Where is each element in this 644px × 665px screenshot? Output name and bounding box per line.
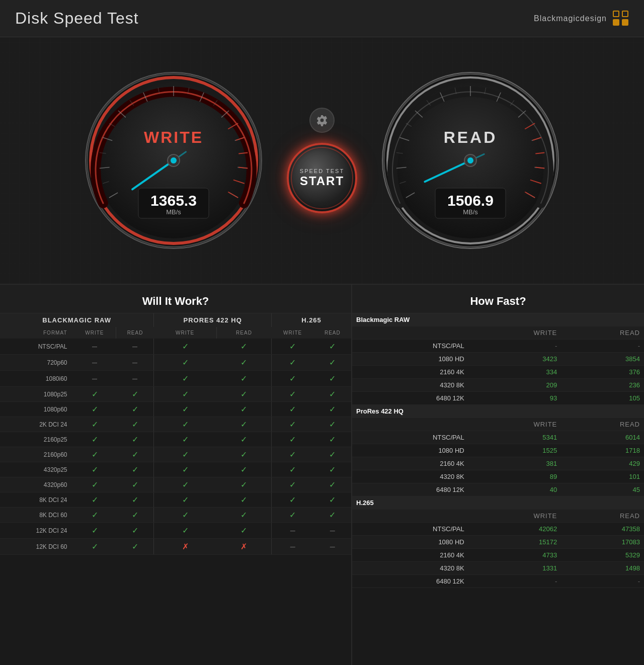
check-icon: ✓: [240, 450, 247, 459]
wiw-value-cell: ✓: [73, 477, 116, 492]
wiw-value-cell: ✓: [216, 417, 271, 432]
wiw-value-cell: –: [314, 523, 351, 539]
wiw-value-cell: ✓: [314, 417, 351, 432]
wiw-row: 4320p60✓✓✓✓✓✓: [0, 477, 351, 492]
wiw-value-cell: ✓: [154, 462, 216, 477]
check-icon: ✓: [182, 405, 189, 413]
check-icon: ✓: [289, 405, 296, 413]
hf-data-row: 4320 8K89101: [352, 470, 644, 483]
wiw-value-cell: ✓: [154, 523, 216, 539]
check-icon: ✓: [182, 465, 189, 474]
check-icon: ✓: [240, 526, 247, 535]
wiw-value-cell: ✓: [73, 539, 116, 555]
hf-data-row: 6480 12K93105: [352, 392, 644, 405]
hf-data-row: 6480 12K4045: [352, 483, 644, 496]
wiw-value-cell: ✓: [216, 477, 271, 492]
hf-read-cell: 236: [561, 379, 644, 392]
hf-read-cell: 6014: [561, 431, 644, 444]
svg-text:MB/s: MB/s: [463, 208, 478, 216]
check-icon: ✓: [132, 465, 138, 474]
check-icon: ✓: [329, 495, 336, 504]
wiw-value-cell: ✓: [116, 539, 154, 555]
hf-read-cell: -: [561, 575, 644, 588]
wiw-value-cell: ✓: [216, 447, 271, 462]
wiw-value-cell: ✓: [73, 523, 116, 539]
wiw-value-cell: ✓: [216, 462, 271, 477]
wiw-format-cell: 12K DCI 24: [0, 523, 73, 539]
wiw-value-cell: ✓: [116, 477, 154, 492]
wiw-value-cell: ✓: [271, 371, 313, 387]
hf-write-cell: 381: [468, 457, 561, 470]
wiw-value-cell: ✓: [116, 402, 154, 417]
wiw-value-cell: ✓: [116, 508, 154, 523]
wiw-value-cell: ✓: [314, 387, 351, 402]
check-icon: ✓: [240, 342, 247, 351]
check-icon: ✓: [240, 465, 247, 474]
check-icon: ✓: [289, 450, 296, 459]
hf-read-cell: 376: [561, 366, 644, 379]
wiw-value-cell: ✓: [216, 492, 271, 508]
hf-data-row: NTSC/PAL53416014: [352, 431, 644, 444]
wiw-value-cell: ✓: [271, 462, 313, 477]
how-fast-table: Blackmagic RAWWRITEREADNTSC/PAL--1080 HD…: [352, 313, 644, 588]
wiw-value-cell: ✓: [154, 477, 216, 492]
check-icon: ✓: [240, 405, 247, 413]
wiw-value-cell: ✓: [73, 417, 116, 432]
read-speedometer: READ 1506.9 MB/s: [380, 70, 561, 251]
wiw-row: 2160p25✓✓✓✓✓✓: [0, 432, 351, 447]
wiw-format-cell: NTSC/PAL: [0, 339, 73, 355]
hf-format-cell: 6480 12K: [352, 575, 468, 588]
center-panel: SPEED TEST START: [272, 108, 372, 213]
wiw-format-cell: 4320p60: [0, 477, 73, 492]
settings-button[interactable]: [309, 108, 335, 133]
wiw-format-cell: 2K DCI 24: [0, 417, 73, 432]
hf-read-cell: 1718: [561, 444, 644, 457]
hf-write-cell: 89: [468, 470, 561, 483]
wiw-value-cell: ✓: [116, 447, 154, 462]
wiw-value-cell: ✓: [154, 355, 216, 371]
hf-write-cell: 1331: [468, 562, 561, 575]
brand-logo: Blackmagicdesign: [534, 11, 629, 27]
check-icon: ✓: [182, 526, 189, 535]
data-section: Will It Work? Blackmagic RAW ProRes 422 …: [0, 284, 644, 665]
check-icon: ✓: [92, 542, 98, 551]
check-icon: ✓: [132, 405, 138, 413]
wiw-value-cell: ✓: [154, 339, 216, 355]
dash-icon: –: [132, 341, 137, 351]
dash-icon: –: [92, 373, 97, 383]
check-icon: ✓: [289, 342, 296, 351]
write-gauge-wrap: WRITE 1365.3 MB/s: [75, 50, 272, 271]
wiw-value-cell: ✓: [154, 402, 216, 417]
hf-write-cell: 4733: [468, 549, 561, 562]
wiw-row: NTSC/PAL––✓✓✓✓: [0, 339, 351, 355]
wiw-value-cell: ✓: [73, 387, 116, 402]
hf-section-header: Blackmagic RAW: [352, 313, 644, 326]
hf-write-cell: 209: [468, 379, 561, 392]
wiw-value-cell: ✓: [154, 508, 216, 523]
check-icon: ✓: [289, 435, 296, 444]
wiw-value-cell: ✓: [116, 492, 154, 508]
check-icon: ✓: [182, 480, 189, 489]
brand-sq-3: [613, 19, 619, 26]
hf-col-header: WRITEREAD: [352, 326, 644, 340]
check-icon: ✓: [182, 390, 189, 398]
wiw-value-cell: –: [271, 523, 313, 539]
hf-data-row: 2160 4K334376: [352, 366, 644, 379]
brand-sq-4: [622, 19, 628, 26]
wiw-value-cell: ✓: [73, 508, 116, 523]
wiw-value-cell: ✓: [216, 355, 271, 371]
check-icon: ✓: [329, 511, 336, 519]
check-icon: ✓: [329, 450, 336, 459]
hf-data-row: 1080 HD15251718: [352, 444, 644, 457]
check-icon: ✓: [182, 374, 189, 383]
hf-data-row: 4320 8K209236: [352, 379, 644, 392]
check-icon: ✓: [92, 526, 98, 535]
wiw-value-cell: ✓: [116, 523, 154, 539]
wiw-value-cell: ✓: [73, 462, 116, 477]
hf-write-cell: -: [468, 575, 561, 588]
check-icon: ✓: [240, 495, 247, 504]
wiw-value-cell: –: [116, 339, 154, 355]
hf-format-cell: 4320 8K: [352, 470, 468, 483]
hf-format-cell: 2160 4K: [352, 457, 468, 470]
start-button[interactable]: SPEED TEST START: [287, 143, 357, 213]
